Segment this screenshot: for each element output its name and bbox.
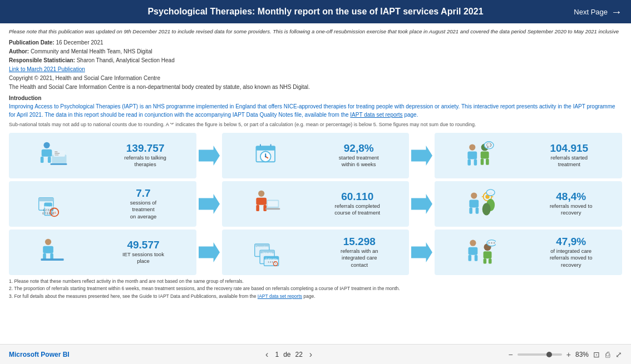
footer-note-2: 2. The proportion of referrals starting …: [9, 285, 622, 293]
stat-text-6weeks: 92,8% started treatmentwithin 6 weeks: [339, 143, 379, 168]
svg-rect-25: [480, 151, 489, 158]
iapt-reports-link[interactable]: IAPT data set reports: [350, 112, 402, 118]
stat-text-started: 104.915 referrals started treatment: [544, 143, 594, 168]
svg-text:December: December: [255, 245, 269, 248]
next-page-pagination-button[interactable]: ›: [307, 350, 314, 360]
stat-text-int-recovery: 47,9% of integrated carereferrals moved …: [550, 236, 593, 268]
svg-point-48: [471, 192, 477, 198]
svg-point-0: [43, 142, 50, 148]
svg-point-18: [265, 156, 267, 157]
svg-marker-10: [199, 146, 220, 166]
svg-point-81: [470, 240, 476, 246]
stat-number-referrals: 139.757: [126, 143, 165, 154]
stat-integrated-recovery: 47,9% of integrated carereferrals moved …: [435, 230, 622, 275]
calendar-clock-icon: [252, 140, 283, 171]
svg-rect-7: [55, 153, 60, 153]
stats-row-2: February 1 2 3 4 5 6 7 8 9 10 15 7.7 ses…: [9, 181, 622, 227]
arrow-row2-1-2: [198, 181, 221, 227]
stat-sessions-avg: February 1 2 3 4 5 6 7 8 9 10 15 7.7 ses…: [9, 181, 196, 227]
svg-rect-63: [43, 246, 53, 253]
bottom-icons: ⊡ ⎙ ⤢: [593, 350, 622, 359]
calendar-pages-icon: February 1 2 3 4 5 6 7 8 9 10 15: [37, 188, 68, 220]
stat-label-recovery: referrals moved torecovery: [550, 203, 593, 217]
stat-text-recovery: 48,4% referrals moved torecovery: [550, 191, 593, 217]
stat-referrals-talking: 139.757 referrals to talkingtherapies: [9, 133, 196, 178]
powerbi-link[interactable]: Microsoft Power BI: [9, 351, 70, 358]
stat-label-6weeks: started treatmentwithin 6 weeks: [339, 154, 379, 168]
next-page-label: Next Page: [574, 8, 608, 16]
person-chat-icon: 💬: [463, 140, 494, 171]
march-publication-link[interactable]: Link to March 2021 Publication: [9, 66, 85, 72]
svg-point-90: [488, 242, 490, 244]
stat-text-integrated: 15.298 referrals with anintegrated carec…: [341, 236, 378, 268]
svg-marker-19: [411, 146, 432, 166]
svg-rect-28: [480, 158, 484, 164]
calendar-pages2-icon: December January February 1 2 3 4 7: [253, 237, 284, 268]
arrow-2-3: [410, 133, 433, 178]
svg-rect-9: [50, 163, 67, 165]
svg-rect-50: [469, 207, 472, 213]
person-desk-icon: [39, 140, 70, 171]
zoom-slider[interactable]: [517, 353, 562, 356]
stat-label-sessions: sessions of treatmenton average: [118, 200, 168, 220]
svg-text:...: ...: [489, 190, 492, 194]
stat-number-sessions: 7.7: [136, 188, 150, 200]
svg-rect-21: [467, 151, 477, 159]
update-notice: Please note that this publication was up…: [9, 28, 622, 35]
fullscreen-button[interactable]: ⤢: [615, 350, 622, 359]
stat-label-iet: IET sessions took place: [118, 251, 168, 265]
stat-text-referrals: 139.757 referrals to talkingtherapies: [124, 143, 166, 168]
prev-page-button[interactable]: ‹: [263, 350, 270, 360]
footer-iapt-link[interactable]: IAPT data set reports: [258, 293, 302, 299]
footer-notes: 1. Please note that these numbers reflec…: [9, 278, 622, 301]
svg-rect-86: [483, 251, 491, 258]
svg-point-20: [469, 144, 475, 150]
stat-text-iet: 49.577 IET sessions took place: [118, 240, 168, 265]
stat-label-started: referrals started treatment: [544, 154, 594, 168]
stat-number-6weeks: 92,8%: [344, 143, 374, 154]
stat-label-completed: referrals completedcourse of treatment: [334, 203, 380, 217]
intro-section: Introduction Improving Access to Psychol…: [9, 94, 622, 119]
person-chat3-icon: [465, 237, 496, 268]
intro-text: Improving Access to Psychological Therap…: [9, 103, 615, 118]
footer-note-1: 1. Please note that these numbers reflec…: [9, 278, 622, 286]
svg-rect-29: [486, 158, 489, 164]
zoom-plus-icon[interactable]: +: [566, 350, 571, 359]
stat-started-6weeks: 92,8% started treatmentwithin 6 weeks: [222, 133, 410, 178]
svg-point-92: [494, 242, 495, 244]
next-page-arrow-icon: →: [611, 6, 622, 18]
svg-text:February: February: [42, 205, 55, 208]
zoom-percent: 83%: [575, 351, 589, 358]
page-current: 1: [275, 351, 279, 358]
share-button[interactable]: ⎙: [605, 350, 610, 359]
zoom-minus-icon[interactable]: −: [509, 350, 513, 359]
next-page-button[interactable]: Next Page →: [574, 6, 622, 18]
stat-number-iet: 49.577: [127, 240, 159, 251]
stat-label-int-recovery: of integrated carereferrals moved toreco…: [550, 248, 593, 268]
stat-completed-course: 60.110 referrals completedcourse of trea…: [222, 181, 410, 227]
arrow-1-2: [198, 133, 221, 178]
svg-rect-45: [268, 201, 278, 206]
stats-row-3: 49.577 IET sessions took place: [9, 230, 622, 275]
stat-number-completed: 60.110: [341, 191, 373, 203]
stat-integrated-care: December January February 1 2 3 4 7 15.2…: [222, 230, 410, 275]
page-label: de: [283, 351, 290, 358]
pagination: ‹ 1 de 22 ›: [263, 350, 314, 360]
svg-text:💬: 💬: [486, 143, 492, 148]
stats-row-1: 139.757 referrals to talkingtherapies: [9, 133, 622, 178]
stat-label-referrals: referrals to talkingtherapies: [124, 154, 166, 168]
stats-section: 139.757 referrals to talkingtherapies: [9, 133, 622, 275]
fit-page-button[interactable]: ⊡: [593, 350, 600, 359]
bottom-bar: Microsoft Power BI ‹ 1 de 22 › − + 83% ⊡…: [0, 344, 631, 364]
svg-rect-82: [468, 247, 477, 255]
svg-rect-49: [469, 200, 479, 207]
stat-number-recovery: 48,4%: [556, 191, 586, 203]
svg-marker-67: [199, 242, 220, 262]
arrow-row3-2-3: [410, 230, 433, 275]
svg-rect-31: [39, 198, 53, 202]
svg-rect-84: [475, 255, 478, 261]
stat-text-sessions: 7.7 sessions of treatmenton average: [118, 188, 168, 220]
svg-rect-23: [474, 159, 477, 165]
zoom-thumb: [546, 352, 552, 357]
svg-rect-2: [41, 157, 44, 163]
